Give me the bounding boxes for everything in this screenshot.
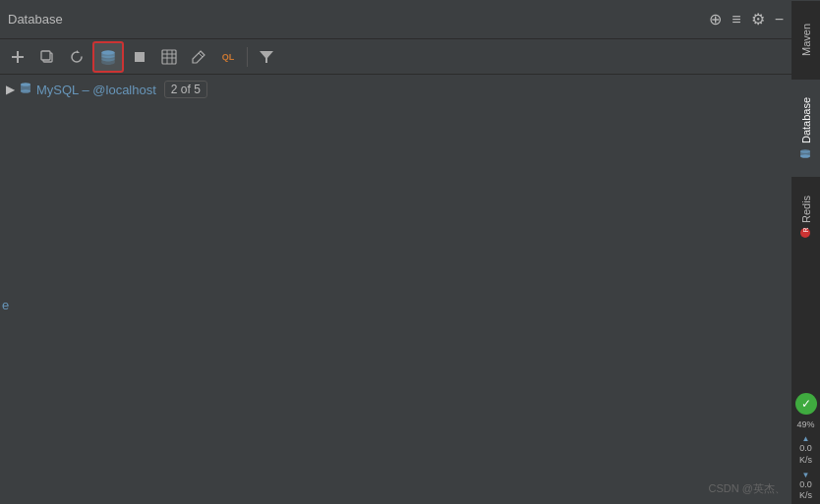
edge-marker-icon: e: [2, 297, 9, 311]
svg-point-15: [21, 89, 30, 93]
cpu-percent: 49%: [796, 420, 814, 431]
download-speed: 0.0K/s: [799, 479, 812, 502]
svg-rect-5: [135, 52, 145, 62]
main-panel: Database ⊕ ≡ ⚙ −: [0, 0, 791, 504]
right-sidebar: Maven Database R Redis ✓ 49% ▲ 0.0K/s ▼: [791, 0, 820, 504]
stop-button[interactable]: [126, 43, 153, 71]
upload-block: ▲ 0.0K/s: [791, 432, 820, 468]
minimize-icon[interactable]: −: [775, 12, 784, 28]
watermark: CSDN @英杰、: [709, 481, 786, 496]
checkmark-icon: ✓: [801, 397, 811, 411]
sidebar-bottom: ✓ 49% ▲ 0.0K/s ▼ 0.0K/s: [791, 390, 820, 504]
redis-tab-icon: R: [800, 227, 812, 239]
title-bar-right: ⊕ ≡ ⚙ −: [709, 12, 784, 28]
upload-speed: 0.0K/s: [799, 443, 812, 466]
cpu-block: 49%: [791, 418, 820, 433]
title-bar-left: Database: [8, 12, 63, 27]
check-badge: ✓: [795, 393, 817, 415]
settings-icon[interactable]: ⚙: [751, 12, 765, 28]
panel-title: Database: [8, 12, 63, 27]
svg-line-11: [199, 53, 203, 57]
redis-tab-label: Redis: [800, 195, 812, 222]
maven-label: Maven: [800, 24, 812, 56]
add-button[interactable]: [4, 43, 31, 71]
database-tab-icon: [800, 147, 812, 159]
connection-badge: 2 of 5: [164, 81, 207, 98]
database-tab-label: Database: [800, 97, 812, 143]
sidebar-tab-maven[interactable]: Maven: [791, 0, 820, 79]
upload-arrow-icon: ▲: [802, 434, 810, 443]
svg-text:R: R: [802, 227, 809, 232]
download-block: ▼ 0.0K/s: [791, 469, 820, 504]
watermark-text: CSDN @英杰、: [709, 482, 786, 494]
content-area: e: [0, 104, 791, 504]
copy-button[interactable]: [33, 43, 61, 71]
table-button[interactable]: [155, 43, 183, 71]
align-columns-icon[interactable]: ≡: [732, 12, 740, 28]
refresh-button[interactable]: [63, 43, 90, 71]
sql-button[interactable]: QL: [214, 43, 242, 71]
connection-bar: ▶ MySQL – @localhost 2 of 5: [0, 75, 791, 104]
connection-name[interactable]: MySQL – @localhost: [36, 83, 156, 97]
sidebar-tab-database[interactable]: Database: [791, 79, 820, 177]
add-datasource-icon[interactable]: ⊕: [709, 12, 722, 28]
filter-button[interactable]: [253, 43, 280, 71]
db-icon: [19, 82, 32, 98]
sidebar-tab-redis[interactable]: R Redis: [791, 177, 820, 255]
svg-point-18: [801, 149, 811, 153]
download-arrow-icon: ▼: [802, 471, 810, 479]
svg-marker-12: [260, 51, 273, 63]
svg-rect-3: [41, 51, 50, 60]
title-bar: Database ⊕ ≡ ⚙ −: [0, 0, 791, 39]
toolbar: QL: [0, 39, 791, 75]
schemas-button[interactable]: [92, 41, 124, 73]
toolbar-separator: [247, 47, 248, 67]
edit-button[interactable]: [185, 43, 212, 71]
expand-icon[interactable]: ▶: [6, 83, 15, 96]
svg-rect-6: [162, 50, 176, 64]
